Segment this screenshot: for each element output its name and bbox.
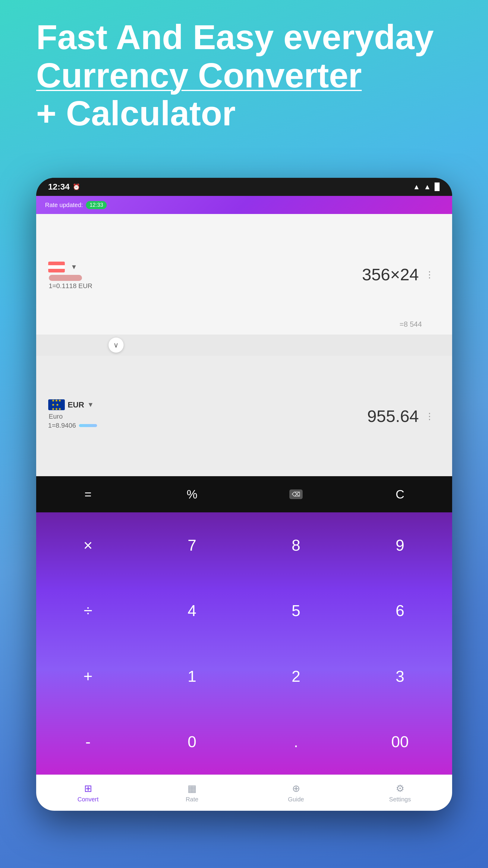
calc-3-button[interactable]: 3 <box>348 644 452 709</box>
nav-label-settings: Settings <box>389 796 411 803</box>
calc-decimal-button[interactable]: . <box>244 709 348 775</box>
status-icons: ▲ ▲ ▉ <box>413 183 440 191</box>
rate-time-badge: 12:33 <box>86 201 107 209</box>
calc-divide-button[interactable]: ÷ <box>36 578 140 644</box>
settings-icon: ⚙ <box>396 783 404 794</box>
nav-item-convert[interactable]: ⊞ Convert <box>36 775 140 811</box>
calc-5-button[interactable]: 5 <box>244 578 348 644</box>
from-more-icon[interactable]: ⋮ <box>425 269 434 280</box>
calc-1-button[interactable]: 1 <box>140 644 244 709</box>
calc-clear-button[interactable]: C <box>348 476 452 513</box>
calc-9-button[interactable]: 9 <box>348 513 452 578</box>
converter-display: ▼ 1=0.1118 EUR 356×24 ⋮ =8 544 ∨ <box>36 214 452 476</box>
calc-plus-button[interactable]: + <box>36 644 140 709</box>
tablet-device: 12:34 ⏰ ▲ ▲ ▉ Rate updated: 12:33 ▼ <box>36 178 452 811</box>
hero-line1: Fast And Easy everyday <box>36 18 452 56</box>
to-amount-display: 955.64 ⋮ <box>367 406 434 426</box>
app-header: Rate updated: 12:33 <box>36 196 452 214</box>
status-bar: 12:34 ⏰ ▲ ▲ ▉ <box>36 178 452 196</box>
to-currency-row: ★★★★ ★★★★ EUR ▼ Euro 1=8.9406 955.64 ⋮ <box>36 355 452 476</box>
nav-item-settings[interactable]: ⚙ Settings <box>348 775 452 811</box>
rate-icon: ▦ <box>187 783 196 794</box>
rate-updated-label: Rate updated: <box>45 202 83 209</box>
rate-bar-indicator <box>79 424 97 427</box>
convert-icon: ⊞ <box>84 783 92 794</box>
calc-0-button[interactable]: 0 <box>140 709 244 775</box>
to-currency-dropdown-icon[interactable]: ▼ <box>87 401 94 409</box>
from-currency-row: ▼ 1=0.1118 EUR 356×24 ⋮ =8 544 <box>36 214 452 335</box>
hero-section: Fast And Easy everyday Currency Converte… <box>36 18 452 133</box>
calc-top-row: = % ⌫ C <box>36 476 452 513</box>
calc-minus-button[interactable]: - <box>36 709 140 775</box>
to-exchange-rate: 1=8.9406 <box>48 422 76 430</box>
nav-label-guide: Guide <box>288 796 304 803</box>
hero-line3: + Calculator <box>36 94 452 133</box>
nav-item-rate[interactable]: ▦ Rate <box>140 775 244 811</box>
status-time: 12:34 ⏰ <box>48 182 81 192</box>
swap-row: ∨ <box>36 335 452 355</box>
wifi-icon: ▲ <box>413 183 420 191</box>
swap-arrow-icon: ∨ <box>113 341 119 349</box>
to-more-icon[interactable]: ⋮ <box>425 411 434 421</box>
calc-percent-button[interactable]: % <box>140 476 244 513</box>
nav-item-guide[interactable]: ⊕ Guide <box>244 775 348 811</box>
app-content: Rate updated: 12:33 ▼ 1=0.1118 EUR 356×2… <box>36 196 452 811</box>
from-currency-dropdown-icon[interactable]: ▼ <box>71 263 78 271</box>
calc-numpad: × 7 8 9 ÷ 4 5 6 + 1 2 3 - 0 . 00 <box>36 513 452 775</box>
from-amount-display: 356×24 ⋮ <box>362 265 434 284</box>
calc-8-button[interactable]: 8 <box>244 513 348 578</box>
bottom-nav: ⊞ Convert ▦ Rate ⊕ Guide ⚙ Settings <box>36 775 452 811</box>
guide-icon: ⊕ <box>292 783 300 794</box>
signal-icon: ▲ <box>424 183 431 191</box>
calc-double-zero-button[interactable]: 00 <box>348 709 452 775</box>
nav-label-convert: Convert <box>78 796 98 803</box>
hero-line2: Currency Converter <box>36 56 452 95</box>
nav-label-rate: Rate <box>186 796 199 803</box>
from-sub-result: =8 544 <box>399 320 422 329</box>
eur-flag: ★★★★ ★★★★ <box>48 399 65 410</box>
battery-icon: ▉ <box>435 183 440 191</box>
calc-2-button[interactable]: 2 <box>244 644 348 709</box>
from-currency-flag <box>48 261 65 273</box>
from-amount-value: 356×24 <box>362 265 419 284</box>
calc-backspace-button[interactable]: ⌫ <box>244 476 348 513</box>
calc-7-button[interactable]: 7 <box>140 513 244 578</box>
calc-6-button[interactable]: 6 <box>348 578 452 644</box>
calc-multiply-button[interactable]: × <box>36 513 140 578</box>
to-currency-code: EUR <box>68 400 84 410</box>
svg-text:⌫: ⌫ <box>292 491 300 498</box>
status-icon-alarm: ⏰ <box>73 183 80 190</box>
to-currency-name: Euro <box>49 412 63 420</box>
calc-equals-button[interactable]: = <box>36 476 140 513</box>
swap-button[interactable]: ∨ <box>109 338 124 352</box>
calc-4-button[interactable]: 4 <box>140 578 244 644</box>
to-amount-value: 955.64 <box>367 406 419 426</box>
